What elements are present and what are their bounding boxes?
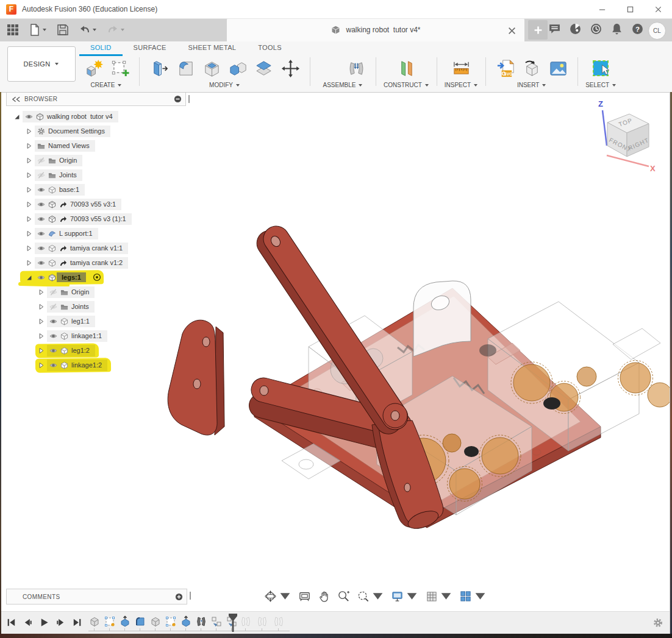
add-comment-icon[interactable] [175,593,183,601]
timeline-feature-4[interactable] [134,615,146,628]
shell-button[interactable] [199,56,224,80]
group-label-insert[interactable]: INSERT [517,81,547,88]
eye-icon[interactable] [37,259,45,267]
timeline-suppressed-feature-2[interactable] [256,615,268,628]
insert-svg-button[interactable]: SVG [493,56,518,80]
joint-button[interactable] [344,56,368,80]
fillet-button[interactable] [173,56,198,80]
workspace-selector[interactable]: DESIGN [7,46,76,82]
measure-button[interactable] [449,56,473,80]
eye-icon[interactable] [37,244,45,252]
browser-item-origin[interactable]: Origin [26,153,82,168]
group-label-construct[interactable]: CONSTRUCT [384,81,429,88]
eye-icon[interactable] [49,332,57,340]
eye-hidden-icon[interactable] [37,171,45,179]
tab-sheet-metal[interactable]: SHEET METAL [177,41,248,54]
expander-collapsed-icon[interactable] [26,157,32,164]
avatar[interactable]: CL [648,22,666,40]
group-label-create[interactable]: CREATE [91,81,123,88]
browser-item-tamiya-crank-v1-1[interactable]: tamiya crank v1:1 [26,241,128,255]
expander-collapsed-icon[interactable] [26,172,32,179]
minimize-button[interactable] [588,0,616,18]
timeline-feature-3[interactable] [119,615,131,628]
browser-item-origin[interactable]: Origin [38,285,95,299]
fit-button[interactable] [357,590,384,603]
timeline-feature-7[interactable] [180,615,192,628]
display-settings-button[interactable] [391,590,418,603]
tab-tools[interactable]: TOOLS [247,41,293,54]
eye-icon[interactable] [49,347,57,355]
eye-icon[interactable] [49,361,57,369]
extensions-button[interactable] [569,23,582,38]
browser-item-l-support-1[interactable]: L support:1 [26,226,98,241]
go-to-end-button[interactable] [72,617,82,630]
new-tab-button[interactable] [528,20,548,40]
timeline-playhead[interactable] [228,613,238,633]
browser-item-named-views[interactable]: Named Views [26,138,95,153]
browser-item-70093-v55-v3-1[interactable]: 70093 v55 v3:1 [26,197,121,211]
file-button[interactable] [26,21,50,38]
group-label-modify[interactable]: MODIFY [209,81,240,88]
expander-collapsed-icon[interactable] [26,186,32,193]
eye-icon[interactable] [37,200,45,208]
browser-item-joints[interactable]: Joints [26,168,82,182]
timeline-suppressed-feature-1[interactable] [240,615,252,628]
grid-settings-button[interactable] [425,590,452,603]
comments-panel[interactable]: COMMENTS [6,589,187,604]
timeline-feature-5[interactable] [149,615,162,628]
expander-collapsed-icon[interactable] [26,260,32,266]
panel-drag-handle[interactable] [188,95,190,103]
group-label-inspect[interactable]: INSPECT [445,81,478,88]
group-label-assemble[interactable]: ASSEMBLE [323,81,363,88]
maximize-button[interactable] [616,0,644,18]
group-label-select[interactable]: SELECT [585,81,617,88]
timeline-feature-8[interactable] [195,615,207,628]
timeline-suppressed-feature-3[interactable] [273,615,285,628]
feedback-button[interactable] [548,23,561,38]
collapse-panel-icon[interactable] [12,96,21,102]
create-sketch-button[interactable] [107,56,132,80]
offset-face-button[interactable] [252,56,276,80]
view-cube[interactable]: Z X TOP FRONT RIGHT [582,97,661,173]
browser-item-70093-v55-v3-1-1[interactable]: 70093 v55 v3 (1):1 [26,211,132,226]
eye-icon[interactable] [25,113,33,121]
eye-hidden-icon[interactable] [37,157,45,165]
zoom-button[interactable] [337,590,350,603]
document-tab[interactable]: walking robot tutor v4* [227,18,524,41]
tab-solid[interactable]: SOLID [79,41,123,56]
viewports-button[interactable] [459,590,487,603]
orbit-button[interactable] [264,590,291,603]
panel-drag-handle[interactable] [190,592,191,600]
save-button[interactable] [54,21,72,38]
expander-collapsed-icon[interactable] [26,128,32,135]
browser-item-base-1[interactable]: base:1 [26,182,85,197]
look-at-button[interactable] [298,590,311,603]
minimize-panel-icon[interactable] [174,95,182,103]
expander-collapsed-icon[interactable] [38,362,45,369]
expander-expanded-icon[interactable] [13,113,20,120]
undo-button[interactable] [76,21,100,38]
expander-collapsed-icon[interactable] [26,216,32,222]
expander-collapsed-icon[interactable] [38,303,45,310]
select-button[interactable] [589,56,613,80]
viewport[interactable]: Z X TOP FRONT RIGHT BROWSER walking robo… [0,92,672,611]
job-status-button[interactable] [590,23,602,38]
expander-collapsed-icon[interactable] [38,333,45,339]
timeline-feature-1[interactable] [88,615,101,628]
eye-icon[interactable] [37,186,45,194]
timeline-feature-9[interactable] [210,615,223,628]
eye-icon[interactable] [37,274,45,282]
app-launcher-button[interactable] [4,21,22,38]
timeline-feature-6[interactable] [165,615,177,628]
canvas-button[interactable] [546,56,570,80]
browser-header[interactable]: BROWSER [6,92,186,106]
tab-surface[interactable]: SURFACE [123,41,177,54]
timeline-settings-gear-icon[interactable] [652,617,663,628]
browser-item-leg1-2[interactable]: leg1:2 [38,343,95,358]
pan-button[interactable] [318,590,331,603]
expander-collapsed-icon[interactable] [26,230,32,237]
go-to-start-button[interactable] [6,617,16,630]
timeline-feature-2[interactable] [104,615,116,628]
expander-collapsed-icon[interactable] [26,201,32,208]
assemble-new-component-button[interactable] [318,56,342,80]
